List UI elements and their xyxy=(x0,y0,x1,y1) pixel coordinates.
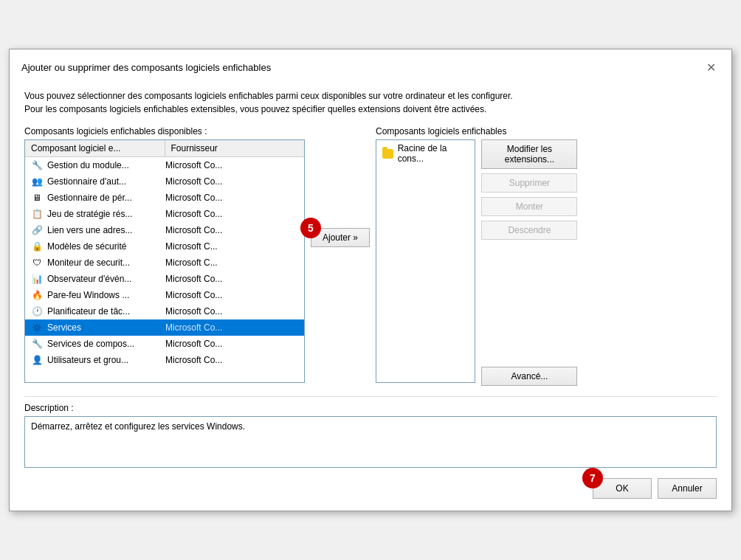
selected-snapins-list[interactable]: Racine de la cons... xyxy=(376,139,475,383)
ok-wrapper: 7 OK xyxy=(593,478,652,499)
item-icon: 🔒 xyxy=(31,241,43,252)
list-item[interactable]: 📋Jeu de stratégie rés...Microsoft Co... xyxy=(25,206,304,222)
list-item[interactable]: 🔒Modèles de sécuritéMicrosoft C... xyxy=(25,238,304,255)
main-dialog: Ajouter ou supprimer des composants logi… xyxy=(9,49,732,511)
item-icon: 📊 xyxy=(31,273,43,285)
item-provider: Microsoft Co... xyxy=(165,209,239,219)
item-provider: Microsoft Co... xyxy=(165,274,239,284)
list-item[interactable]: 👤Utilisateurs et grou...Microsoft Co... xyxy=(25,352,304,368)
item-icon: 🕐 xyxy=(31,305,43,317)
ajouter-wrapper: 5 Ajouter » xyxy=(311,228,370,247)
list-item[interactable]: 🔗Lien vers une adres...Microsoft Co... xyxy=(25,222,304,238)
close-button[interactable]: ✕ xyxy=(702,58,720,76)
item-name: Gestionnaire d'aut... xyxy=(47,176,165,187)
list-item[interactable]: 🛡Moniteur de securit...Microsoft C... xyxy=(25,255,304,271)
list-item[interactable]: 🔧Gestion du module...Microsoft Co... xyxy=(25,157,304,173)
item-provider: Microsoft Co... xyxy=(165,355,239,365)
monter-button[interactable]: Monter xyxy=(481,197,577,216)
item-name: Services xyxy=(47,322,165,333)
avance-button[interactable]: Avancé... xyxy=(481,367,577,386)
description-text: Démarrez, arrêtez et configurez les serv… xyxy=(31,421,245,432)
main-area: Composant logiciel e... Fournisseur 🔧Ges… xyxy=(24,139,717,386)
item-provider: Microsoft Co... xyxy=(165,160,239,170)
item-name: Moniteur de securit... xyxy=(47,257,165,268)
list-item[interactable]: 📊Observateur d'évén...Microsoft Co... xyxy=(25,271,304,287)
item-provider: Microsoft Co... xyxy=(165,193,239,203)
description-label: Description : xyxy=(24,403,717,413)
folder-icon xyxy=(382,149,393,159)
item-icon: 🖥 xyxy=(31,192,43,204)
item-icon: 🔗 xyxy=(31,224,43,236)
item-provider: Microsoft Co... xyxy=(165,339,239,349)
header-component: Composant logiciel e... xyxy=(25,140,165,156)
list-item[interactable]: 👥Gestionnaire d'aut...Microsoft Co... xyxy=(25,173,304,190)
list-item[interactable]: 🖥Gestionnaire de pér...Microsoft Co... xyxy=(25,190,304,206)
list-item[interactable]: ServicesMicrosoft Co... xyxy=(25,319,304,336)
item-icon: 👥 xyxy=(31,176,43,187)
intro-line2: Pour les composants logiciels enfichable… xyxy=(24,104,486,114)
description-box: Démarrez, arrêtez et configurez les serv… xyxy=(24,416,717,468)
middle-panel: 5 Ajouter » xyxy=(311,139,370,247)
item-provider: Microsoft C... xyxy=(165,257,239,268)
intro-text: Vous pouvez sélectionner des composants … xyxy=(24,89,717,116)
modifier-extensions-button[interactable]: Modifier les extensions... xyxy=(481,139,577,169)
item-icon: 🔧 xyxy=(31,338,43,350)
svg-point-0 xyxy=(35,325,38,329)
badge-7: 7 xyxy=(582,468,603,488)
item-provider: Microsoft Co... xyxy=(165,225,239,235)
item-name: Modèles de sécurité xyxy=(47,241,165,252)
item-name: Utilisateurs et grou... xyxy=(47,355,165,365)
list-item[interactable]: 🔥Pare-feu Windows ...Microsoft Co... xyxy=(25,287,304,303)
title-bar: Ajouter ou supprimer des composants logi… xyxy=(10,49,731,82)
bottom-buttons: 7 OK Annuler xyxy=(24,478,717,499)
right-side: Racine de la cons... Modifier les extens… xyxy=(376,139,585,386)
list-item[interactable]: 🕐Planificateur de tâc...Microsoft Co... xyxy=(25,303,304,319)
item-name: Observateur d'évén... xyxy=(47,274,165,284)
description-section: Description : Démarrez, arrêtez et confi… xyxy=(24,396,717,468)
item-provider: Microsoft C... xyxy=(165,241,239,252)
badge-5: 5 xyxy=(300,218,321,238)
right-panel-label: Composants logiciels enfichables xyxy=(376,126,607,136)
left-panel-label: Composants logiciels enfichables disponi… xyxy=(24,126,305,136)
right-buttons-panel: Modifier les extensions... Supprimer Mon… xyxy=(481,139,585,386)
header-provider: Fournisseur xyxy=(165,140,305,156)
intro-line1: Vous pouvez sélectionner des composants … xyxy=(24,91,513,101)
dialog-title: Ajouter ou supprimer des composants logi… xyxy=(21,62,271,73)
item-provider: Microsoft Co... xyxy=(165,322,239,333)
left-panel: Composant logiciel e... Fournisseur 🔧Ges… xyxy=(24,139,305,383)
item-name: Gestion du module... xyxy=(47,160,165,170)
item-provider: Microsoft Co... xyxy=(165,290,239,300)
item-icon: 📋 xyxy=(31,208,43,220)
dialog-body: Vous pouvez sélectionner des composants … xyxy=(10,82,731,511)
list-item[interactable]: 🔧Services de compos...Microsoft Co... xyxy=(25,336,304,352)
item-name: Lien vers une adres... xyxy=(47,225,165,235)
item-name: Services de compos... xyxy=(47,339,165,349)
item-icon: 👤 xyxy=(31,354,43,366)
list-header: Composant logiciel e... Fournisseur xyxy=(25,140,304,157)
ajouter-label: Ajouter » xyxy=(323,232,358,243)
item-provider: Microsoft Co... xyxy=(165,176,239,187)
left-list-items: 🔧Gestion du module...Microsoft Co...👥Ges… xyxy=(25,157,304,368)
item-name: Gestionnaire de pér... xyxy=(47,193,165,203)
item-provider: Microsoft Co... xyxy=(165,306,239,317)
item-icon: 🛡 xyxy=(31,257,43,269)
cancel-button[interactable]: Annuler xyxy=(658,478,717,499)
root-item-label: Racine de la cons... xyxy=(398,143,469,164)
item-name: Pare-feu Windows ... xyxy=(47,290,165,300)
descendre-button[interactable]: Descendre xyxy=(481,221,577,240)
root-item[interactable]: Racine de la cons... xyxy=(376,140,475,167)
item-icon: 🔧 xyxy=(31,159,43,171)
supprimer-button[interactable]: Supprimer xyxy=(481,173,577,193)
available-snapins-list[interactable]: Composant logiciel e... Fournisseur 🔧Ges… xyxy=(24,139,305,383)
item-icon xyxy=(31,322,43,333)
item-name: Jeu de stratégie rés... xyxy=(47,209,165,219)
item-name: Planificateur de tâc... xyxy=(47,306,165,317)
item-icon: 🔥 xyxy=(31,289,43,301)
